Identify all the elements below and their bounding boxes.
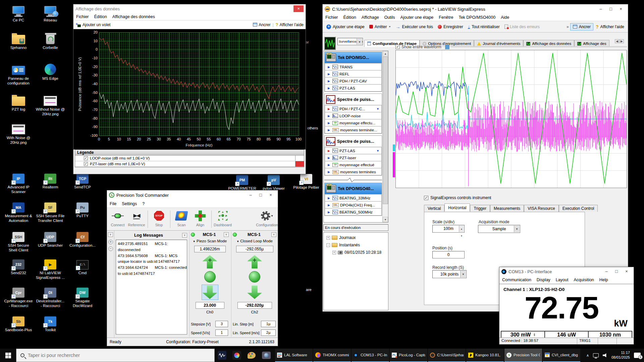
parameter-input[interactable]: 3 [215, 321, 228, 327]
desktop-icon[interactable]: Without Noise @ 20Hz.png [35, 93, 65, 117]
desktop-icon[interactable]: With Noise @ 20Hz.png [3, 121, 34, 145]
panel-menu-icon[interactable]: ∨ [271, 232, 276, 237]
notification-icon[interactable]: 1 [634, 353, 641, 358]
maximize-button[interactable]: □ [256, 191, 266, 199]
tray-chevron-icon[interactable]: ∧ [586, 353, 589, 358]
tree-group-header[interactable]: ▶▶Spectre de puiss... [325, 94, 382, 105]
desktop-icon[interactable]: Panneau de configuration [3, 62, 34, 86]
menu-item[interactable]: Communication [499, 277, 534, 283]
desktop-icon[interactable]: PZT log [3, 93, 34, 112]
close-button[interactable]: × [616, 5, 626, 13]
close-button[interactable]: × [293, 5, 304, 12]
taskbar-window-alphanov[interactable]: LAL Software [275, 349, 313, 362]
network-icon[interactable] [593, 353, 599, 357]
pinned-app-ni-max[interactable] [229, 349, 244, 362]
desktop-icon[interactable]: Ce PC [3, 3, 34, 23]
legend-checkbox[interactable]: ✓ [84, 162, 88, 166]
desktop-icon[interactable]: DI↗DeviceInstaller... - Raccourci [35, 284, 65, 308]
menu-item[interactable]: Fichier [323, 14, 341, 21]
pinned-app-signalexpress[interactable] [215, 349, 229, 362]
tab-scroll-left[interactable]: ◀ [615, 39, 619, 43]
acquisition-mode-select[interactable]: Sample▼ [478, 225, 520, 233]
menu-item[interactable]: Affichage [359, 14, 382, 21]
taskbar-window-picolog[interactable]: PLPicoLog - Captu... [390, 349, 427, 362]
speaker-icon[interactable] [603, 353, 607, 357]
log-messages-list[interactable]: 449:2735.489151MCS-1:disconnected473:166… [116, 240, 187, 335]
tree-item[interactable]: ▶PDH / PZT-C...▼ [325, 105, 382, 112]
toolbar-button-error-list[interactable]: Liste des erreurs [502, 23, 542, 30]
parameter-input[interactable]: 1 [215, 329, 228, 336]
toolbar-button-help[interactable]: ?Afficher l'aide [593, 23, 627, 31]
desktop-icon[interactable]: C:\↗Cmd [67, 256, 98, 276]
menu-item[interactable]: Affichage des données [110, 13, 158, 20]
desktop-icon[interactable]: Rt↗Realterm [35, 170, 65, 190]
chevron-down-icon[interactable]: ▼ [388, 25, 391, 28]
maximize-button[interactable]: □ [611, 268, 622, 275]
scroll-up-icon[interactable]: ▲ [383, 51, 388, 56]
tree-item[interactable]: ▶PDH / PZT-CAV [325, 77, 382, 84]
config-tab-visa-resource[interactable]: VISA Resource [524, 205, 558, 212]
journal-item[interactable]: +Journaux [324, 234, 387, 241]
tree-item[interactable]: ▶BEATING_500MHz [325, 208, 382, 216]
desktop-icon[interactable]: SSH↗SSH Secure Shell Client [3, 229, 34, 253]
minimize-button[interactable]: – [601, 268, 611, 275]
menu-item[interactable]: Édition [92, 13, 110, 20]
tree-scrollbar[interactable]: ▲ ▼ [382, 51, 388, 222]
desktop-icon[interactable]: Cf↗Configuration... [67, 229, 98, 248]
chevron-down-icon[interactable]: ▼ [460, 271, 466, 278]
menu-item[interactable]: Tek DPO/MSO4000 [456, 14, 498, 21]
minimize-button[interactable]: – [246, 191, 256, 199]
toolbar-button-record[interactable]: Enregistrer [435, 23, 466, 30]
collapse-toggle[interactable]: ∨ [108, 232, 113, 237]
close-button[interactable]: × [622, 268, 632, 275]
taskbar-window-firefox[interactable]: THOMX commi... [313, 349, 351, 362]
show-entire-waveform-checkbox[interactable]: ✓ [395, 45, 400, 49]
search-input[interactable] [28, 353, 189, 358]
position-input[interactable]: 0 [432, 251, 465, 258]
toolbar-button-stop[interactable]: Arrêter▼ [367, 23, 393, 30]
tree-item[interactable]: ▶TRANS [325, 63, 382, 70]
pinned-app-paint[interactable] [244, 349, 259, 362]
expander-icon[interactable]: + [326, 236, 330, 240]
jog-stop-button[interactable] [249, 271, 260, 283]
desktop-icon[interactable]: SF↗SSH Secure File Transfer Client [35, 199, 65, 223]
help-button[interactable]: ?Afficher l'aide [276, 22, 304, 27]
tree-group-header[interactable]: DPOTek DPO/MSO40... [325, 183, 382, 194]
close-button[interactable]: × [266, 191, 276, 199]
scroll-down-icon[interactable]: ▼ [383, 217, 388, 222]
menu-item[interactable]: Fichier [73, 13, 92, 20]
toolbar-overflow-chevron[interactable]: » [565, 24, 570, 29]
panel-menu-icon[interactable]: ∨ [182, 233, 187, 238]
legend-row[interactable]: ✓PZT-laser (dB rms ref 1,0E+0 V) [75, 161, 304, 167]
menu-item[interactable]: Layout [553, 277, 571, 283]
desktop-icon[interactable]: DW↗Seagate DiscWizard [67, 284, 98, 308]
scroll-thumb[interactable] [383, 57, 388, 204]
affichage-titlebar[interactable]: Affichage des données × [73, 4, 306, 13]
ptc-titlebar[interactable]: S Precision Tool Commander –□× [107, 190, 278, 200]
tree-item[interactable]: ▶REFL [325, 70, 382, 77]
tree-item[interactable]: ▶TFmoyennage effectu... [325, 119, 382, 126]
menu-item[interactable]: Help [597, 277, 611, 283]
spinner-icon[interactable]: ▲▼ [459, 226, 464, 232]
pinned-app-camera[interactable] [259, 349, 274, 362]
desktop-icon[interactable]: Corbeille [35, 31, 65, 50]
menu-item[interactable]: ? [140, 200, 147, 207]
parameter-input[interactable]: 2µ [261, 329, 276, 336]
desktop-icon[interactable]: PM↗POWERMETER [227, 172, 257, 191]
taskbar-window-console[interactable]: C:\Users\Sjehan... [428, 349, 466, 362]
panel-menu-icon[interactable]: ∨ [224, 232, 229, 237]
tree-group-header[interactable]: ▶▶Spectre de puiss... [325, 136, 382, 147]
desktop-icon[interactable]: Pu↗PuTTY [67, 199, 98, 219]
taskbar-window-com-interface[interactable]: COM13 - PC-Int... [352, 349, 389, 362]
monitor-record-button[interactable] [324, 37, 336, 50]
signalexpress-titlebar[interactable]: C:\Users\Sjehanno\Desktop\DPO4000series.… [323, 4, 628, 14]
desktop-icon[interactable]: 232↗Send232 [3, 256, 34, 276]
target-value[interactable]: 23.000 [196, 302, 224, 309]
config-tab-execution-control[interactable]: Execution Control [559, 205, 598, 212]
menu-item[interactable]: Aide [498, 14, 512, 21]
desktop-icon[interactable]: ▶↗NI LabVIEW SignalExpress ... [35, 256, 65, 280]
tree-item[interactable]: ▶PZT-laser [325, 154, 382, 161]
desktop-icon[interactable]: pV↗pylon Viewer [259, 172, 289, 191]
parameter-input[interactable]: 1µ [261, 321, 276, 327]
expander-icon[interactable]: - [326, 243, 330, 247]
